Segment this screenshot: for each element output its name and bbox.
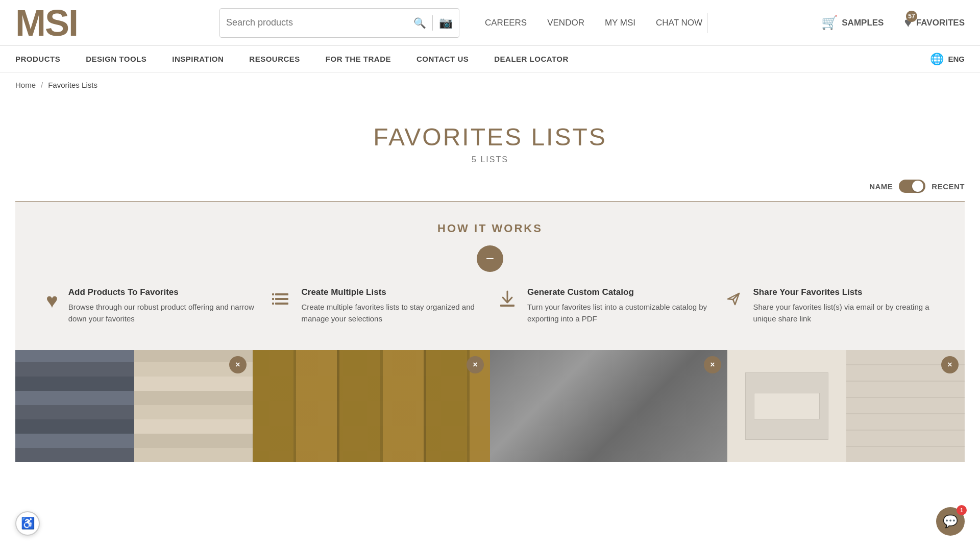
how-it-works-section: HOW IT WORKS − ♥ Add Products To Favorit… xyxy=(15,202,965,350)
how-it-works-steps: ♥ Add Products To Favorites Browse throu… xyxy=(46,287,934,324)
nav-products[interactable]: PRODUCTS xyxy=(15,55,60,63)
search-input[interactable] xyxy=(226,17,413,28)
page-content: FAVORITES LISTS 5 LISTS NAME RECENT HOW … xyxy=(0,97,980,462)
sort-toggle-row: NAME RECENT xyxy=(15,174,965,201)
site-header: MSI 🔍 📷 CAREERS VENDOR MY MSI CHAT NOW 🛒… xyxy=(0,0,980,46)
card-1-left-image xyxy=(15,350,134,462)
chat-button[interactable]: 💬 1 xyxy=(936,507,965,536)
nav-vendor[interactable]: VENDOR xyxy=(547,18,584,28)
card-4-left-image xyxy=(727,350,846,462)
header-actions: 🛒 SAMPLES ♥ 57 FAVORITES xyxy=(821,15,965,31)
favorite-card-2[interactable]: × xyxy=(253,350,490,462)
svg-rect-1 xyxy=(275,298,288,300)
step-1-desc: Browse through our robust product offeri… xyxy=(68,302,257,324)
lists-count: 5 LISTS xyxy=(15,155,965,164)
nav-resources[interactable]: RESOURCES xyxy=(249,55,300,63)
chat-icon: 💬 xyxy=(943,514,958,529)
favorites-label: FAVORITES xyxy=(916,18,965,28)
card-3-close-button[interactable]: × xyxy=(704,356,721,373)
step-3-title: Generate Custom Catalog xyxy=(527,287,708,297)
step-4-title: Share Your Favorites Lists xyxy=(753,287,935,297)
nav-design-tools[interactable]: DESIGN TOOLS xyxy=(86,55,146,63)
card-2-close-button[interactable]: × xyxy=(467,356,484,373)
page-title-section: FAVORITES LISTS 5 LISTS xyxy=(15,113,965,174)
step-4-desc: Share your favorites list(s) via email o… xyxy=(753,302,935,324)
nav-contact-us[interactable]: CONTACT US xyxy=(416,55,469,63)
card-1-close-button[interactable]: × xyxy=(229,356,247,373)
collapse-button[interactable]: − xyxy=(477,245,503,272)
how-it-works-title: HOW IT WORKS xyxy=(46,222,934,235)
step-custom-catalog: Generate Custom Catalog Turn your favori… xyxy=(498,287,708,324)
step-share-lists: Share Your Favorites Lists Share your fa… xyxy=(724,287,935,324)
card-4-close-button[interactable]: × xyxy=(941,356,959,373)
heart-icon: ♥ 57 xyxy=(904,15,912,31)
share-step-icon xyxy=(724,289,743,313)
list-step-icon xyxy=(272,289,291,313)
page-title: FAVORITES LISTS xyxy=(15,123,965,151)
sort-recent-label: RECENT xyxy=(932,182,965,191)
breadcrumb-home[interactable]: Home xyxy=(15,81,36,89)
svg-rect-3 xyxy=(272,293,274,295)
globe-icon: 🌐 xyxy=(930,53,944,66)
nav-my-msi[interactable]: MY MSI xyxy=(605,18,635,28)
step-2-desc: Create multiple favorites lists to stay … xyxy=(302,302,483,324)
step-3-desc: Turn your favorites list into a customiz… xyxy=(527,302,708,324)
site-logo[interactable]: MSI xyxy=(15,5,97,41)
heart-step-icon: ♥ xyxy=(46,289,58,312)
svg-rect-2 xyxy=(275,303,288,305)
favorite-cards-row: × × × × xyxy=(15,350,965,462)
samples-label: SAMPLES xyxy=(842,18,884,28)
nav-chat-now[interactable]: CHAT NOW xyxy=(656,18,702,28)
sort-name-label: NAME xyxy=(869,182,893,191)
step-2-title: Create Multiple Lists xyxy=(302,287,483,297)
main-navigation: PRODUCTS DESIGN TOOLS INSPIRATION RESOUR… xyxy=(0,46,980,72)
step-1-title: Add Products To Favorites xyxy=(68,287,257,297)
chat-badge: 1 xyxy=(957,505,967,515)
nav-for-the-trade[interactable]: FOR THE TRADE xyxy=(326,55,391,63)
breadcrumb-current: Favorites Lists xyxy=(48,81,97,89)
favorite-card-1[interactable]: × xyxy=(15,350,253,462)
favorites-badge: 57 xyxy=(906,11,917,22)
accessibility-button[interactable]: ♿ xyxy=(15,511,40,536)
nav-dealer-locator[interactable]: DEALER LOCATOR xyxy=(494,55,569,63)
logo-text: MSI xyxy=(15,3,78,43)
svg-rect-6 xyxy=(500,305,514,307)
breadcrumb-separator: / xyxy=(41,81,43,89)
favorite-card-3[interactable]: × xyxy=(490,350,727,462)
language-label: ENG xyxy=(948,55,965,63)
search-icon[interactable]: 🔍 xyxy=(413,17,426,29)
favorite-card-4[interactable]: × xyxy=(727,350,965,462)
sort-toggle[interactable] xyxy=(899,180,925,193)
search-divider xyxy=(432,15,433,31)
language-selector[interactable]: 🌐 ENG xyxy=(930,53,965,66)
nav-inspiration[interactable]: INSPIRATION xyxy=(172,55,224,63)
header-divider xyxy=(707,13,708,33)
toggle-knob xyxy=(912,181,923,192)
camera-icon[interactable]: 📷 xyxy=(439,16,453,30)
favorites-button[interactable]: ♥ 57 FAVORITES xyxy=(904,15,965,31)
accessibility-icon: ♿ xyxy=(21,517,35,530)
step-create-lists: Create Multiple Lists Create multiple fa… xyxy=(272,287,483,324)
cart-icon: 🛒 xyxy=(821,15,838,31)
download-step-icon xyxy=(498,289,517,313)
svg-rect-4 xyxy=(272,298,274,300)
step-add-products: ♥ Add Products To Favorites Browse throu… xyxy=(46,287,257,324)
search-bar: 🔍 📷 xyxy=(219,8,459,38)
breadcrumb: Home / Favorites Lists xyxy=(0,72,980,97)
nav-careers[interactable]: CAREERS xyxy=(485,18,527,28)
samples-button[interactable]: 🛒 SAMPLES xyxy=(821,15,884,31)
header-nav: CAREERS VENDOR MY MSI CHAT NOW xyxy=(485,18,702,28)
svg-rect-5 xyxy=(272,303,274,305)
svg-rect-0 xyxy=(275,293,288,295)
